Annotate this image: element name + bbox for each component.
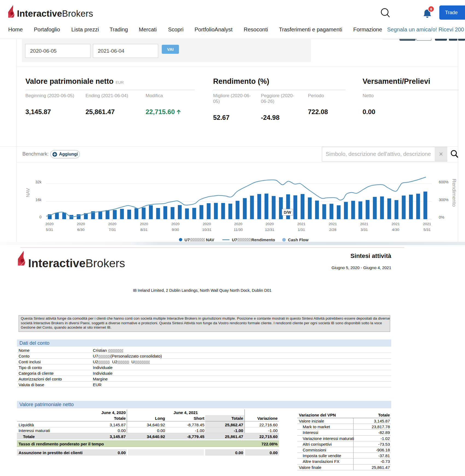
svg-text:1/31: 1/31 [298, 228, 305, 232]
svg-text:NAV: NAV [25, 188, 31, 197]
svg-text:2021: 2021 [392, 222, 400, 226]
svg-text:4/30: 4/30 [392, 228, 399, 232]
svg-text:2021: 2021 [329, 222, 337, 226]
svg-text:3/31: 3/31 [361, 228, 368, 232]
svg-text:2020: 2020 [234, 222, 242, 226]
svg-text:2020: 2020 [171, 222, 179, 226]
svg-text:D/W: D/W [284, 210, 291, 215]
svg-text:2020: 2020 [108, 222, 116, 226]
svg-text:2/28: 2/28 [329, 228, 336, 232]
svg-text:11/30: 11/30 [234, 228, 243, 232]
svg-text:7/31: 7/31 [109, 228, 116, 232]
svg-text:2020: 2020 [203, 222, 211, 226]
svg-text:2021: 2021 [297, 222, 305, 226]
svg-text:2021: 2021 [423, 222, 431, 226]
svg-text:2020: 2020 [266, 222, 274, 226]
svg-text:10/31: 10/31 [202, 228, 211, 232]
svg-text:300%: 300% [439, 198, 449, 202]
svg-text:2021: 2021 [360, 222, 368, 226]
svg-text:6/30: 6/30 [77, 228, 84, 232]
svg-text:9/30: 9/30 [172, 228, 179, 232]
svg-text:2020: 2020 [45, 222, 54, 226]
svg-text:5/31: 5/31 [46, 228, 53, 232]
svg-text:8/31: 8/31 [140, 228, 148, 232]
svg-text:Rendimento: Rendimento [451, 179, 457, 207]
svg-text:12/31: 12/31 [265, 228, 274, 232]
svg-text:600%: 600% [439, 180, 449, 184]
svg-text:2020: 2020 [77, 222, 85, 226]
svg-text:32k: 32k [35, 180, 42, 184]
svg-text:0%: 0% [439, 215, 444, 219]
svg-text:0: 0 [39, 215, 42, 219]
svg-text:16k: 16k [35, 198, 42, 202]
svg-text:2020: 2020 [140, 222, 148, 226]
svg-text:5/31: 5/31 [423, 228, 431, 232]
